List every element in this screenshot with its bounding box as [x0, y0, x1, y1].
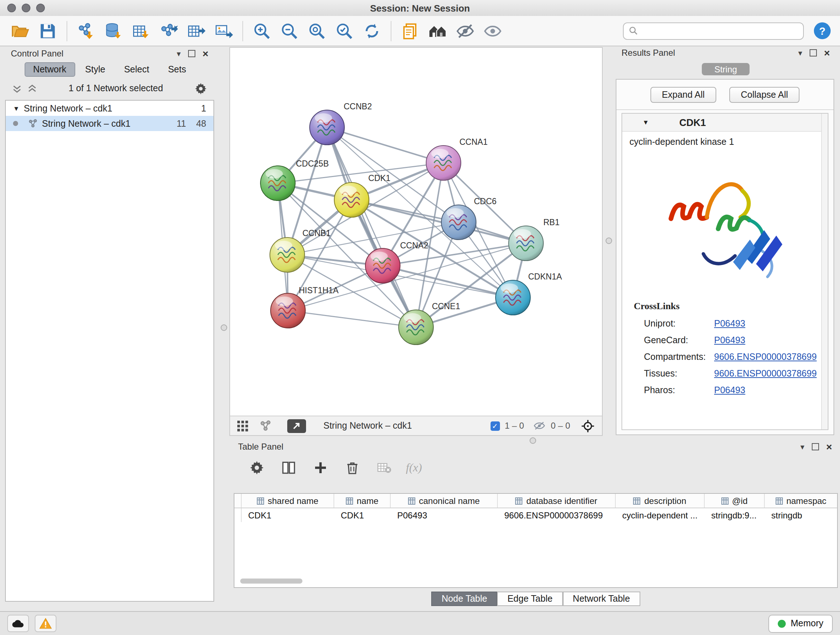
- close-panel-icon[interactable]: ×: [826, 444, 832, 450]
- panel-menu-icon[interactable]: ▾: [798, 48, 802, 57]
- tab-style[interactable]: Style: [76, 62, 114, 77]
- crosslink-link[interactable]: 9606.ENSP00000378699: [714, 368, 817, 378]
- network-node-hist1h1a[interactable]: [271, 293, 305, 328]
- table-settings-button[interactable]: [247, 458, 267, 478]
- cell-description[interactable]: cyclin-dependent ...: [616, 508, 705, 522]
- panel-divider-handle[interactable]: [530, 437, 536, 444]
- network-node-ccne1[interactable]: [399, 310, 433, 345]
- import-network-button[interactable]: [73, 18, 99, 44]
- horizontal-scrollbar[interactable]: [240, 578, 302, 584]
- network-node-cdc6[interactable]: [441, 205, 476, 240]
- column-header-database-identifier[interactable]: database identifier: [498, 494, 616, 508]
- export-network-button[interactable]: [156, 18, 182, 44]
- network-node-cdk1[interactable]: [334, 182, 369, 217]
- float-panel-icon[interactable]: [188, 50, 195, 57]
- cell-id[interactable]: stringdb:9...: [705, 508, 765, 522]
- export-image-button[interactable]: [210, 18, 237, 44]
- network-node-ccnb1[interactable]: [270, 238, 305, 272]
- tab-edge-table[interactable]: Edge Table: [497, 592, 563, 606]
- grid-view-icon[interactable]: [237, 420, 248, 431]
- network-edge[interactable]: [327, 127, 444, 163]
- crosslink-link[interactable]: P06493: [714, 318, 745, 328]
- import-table-button[interactable]: [128, 18, 154, 44]
- column-header-id[interactable]: @id: [705, 494, 765, 508]
- network-edge[interactable]: [288, 310, 416, 327]
- function-builder-button[interactable]: f(x): [406, 461, 422, 474]
- gene-expand-icon[interactable]: ▼: [643, 119, 649, 126]
- collapse-all-button[interactable]: Collapse All: [729, 87, 800, 103]
- panel-menu-icon[interactable]: ▾: [801, 442, 805, 451]
- clear-table-button[interactable]: [374, 458, 394, 478]
- zoom-fit-button[interactable]: [304, 18, 330, 44]
- crosslink-link[interactable]: 9606.ENSP00000378699: [714, 352, 817, 362]
- close-window-button[interactable]: [7, 4, 16, 12]
- close-panel-icon[interactable]: ×: [824, 50, 830, 56]
- network-node-cdc25b[interactable]: [261, 166, 295, 201]
- warnings-button[interactable]: [35, 615, 57, 632]
- birdseye-view-button[interactable]: [287, 419, 306, 432]
- selected-checkbox-icon[interactable]: ✓: [490, 421, 500, 431]
- toolbar-search[interactable]: [623, 22, 804, 40]
- tree-expand-icon[interactable]: ▼: [13, 105, 19, 112]
- network-row[interactable]: String Network – cdk1 11 48: [6, 116, 213, 131]
- network-edge[interactable]: [327, 127, 416, 327]
- memory-button[interactable]: Memory: [768, 614, 833, 632]
- tab-sets[interactable]: Sets: [159, 62, 195, 77]
- expand-all-icon[interactable]: [27, 84, 37, 93]
- panel-divider-handle[interactable]: [606, 238, 612, 244]
- expand-all-button[interactable]: Expand All: [651, 87, 716, 103]
- import-network-database-button[interactable]: [101, 18, 126, 44]
- cell-canonical-name[interactable]: P06493: [391, 508, 498, 522]
- save-session-button[interactable]: [35, 18, 61, 44]
- tab-network[interactable]: Network: [25, 62, 75, 77]
- table-row[interactable]: CDK1 CDK1 P06493 9606.ENSP00000378699 cy…: [234, 508, 837, 522]
- crosslink-link[interactable]: P06493: [714, 385, 745, 395]
- delete-column-button[interactable]: [342, 458, 363, 478]
- network-node-ccnb2[interactable]: [309, 110, 344, 145]
- crosslink-link[interactable]: P06493: [714, 335, 745, 345]
- column-header-namespace[interactable]: namespac: [765, 494, 837, 508]
- network-node-ccna1[interactable]: [426, 146, 461, 180]
- collapse-all-icon[interactable]: [12, 84, 22, 93]
- gene-header-row[interactable]: ▼ CDK1: [622, 114, 828, 132]
- network-node-ccna2[interactable]: [365, 249, 400, 283]
- apply-layout-button[interactable]: [359, 18, 385, 44]
- cell-shared-name[interactable]: CDK1: [242, 508, 334, 522]
- tab-select[interactable]: Select: [115, 62, 158, 77]
- tab-network-table[interactable]: Network Table: [562, 592, 640, 606]
- home-button[interactable]: [425, 18, 451, 44]
- float-panel-icon[interactable]: [812, 443, 819, 450]
- search-input[interactable]: [642, 25, 798, 36]
- column-header-canonical-name[interactable]: canonical name: [391, 494, 498, 508]
- network-edge[interactable]: [352, 200, 526, 243]
- network-node-cdkn1a[interactable]: [496, 280, 531, 315]
- add-column-button[interactable]: [310, 458, 331, 478]
- panel-divider-handle[interactable]: [221, 325, 227, 331]
- cloud-button[interactable]: [7, 615, 29, 632]
- results-scrollbar[interactable]: [821, 114, 828, 429]
- open-session-button[interactable]: [7, 18, 33, 44]
- hide-annotations-button[interactable]: [452, 18, 478, 44]
- cell-namespace[interactable]: stringdb: [765, 508, 837, 522]
- documents-button[interactable]: [397, 18, 423, 44]
- tab-node-table[interactable]: Node Table: [431, 592, 497, 606]
- network-glyph-icon[interactable]: [260, 420, 271, 432]
- string-tab-badge[interactable]: String: [702, 63, 750, 75]
- show-annotations-button[interactable]: [480, 18, 506, 44]
- gear-icon[interactable]: [195, 82, 207, 95]
- column-header-description[interactable]: description: [616, 494, 705, 508]
- float-panel-icon[interactable]: [810, 49, 817, 57]
- panel-menu-icon[interactable]: ▾: [177, 49, 181, 58]
- column-header-shared-name[interactable]: shared name: [242, 494, 334, 508]
- network-node-rb1[interactable]: [508, 226, 543, 261]
- maximize-window-button[interactable]: [36, 4, 45, 12]
- network-canvas[interactable]: CCNB2CCNA1CDC25BCDK1CDC6RB1CCNB1CCNA2CDK…: [230, 48, 602, 416]
- help-button[interactable]: ?: [811, 20, 833, 42]
- network-collection-row[interactable]: ▼ String Network – cdk1 1: [6, 101, 213, 116]
- minimize-window-button[interactable]: [22, 4, 30, 12]
- export-table-button[interactable]: [183, 18, 209, 44]
- cell-database-identifier[interactable]: 9606.ENSP00000378699: [498, 508, 616, 522]
- crosshair-icon[interactable]: [581, 419, 595, 432]
- close-panel-icon[interactable]: ×: [202, 51, 208, 57]
- select-columns-button[interactable]: [279, 458, 299, 478]
